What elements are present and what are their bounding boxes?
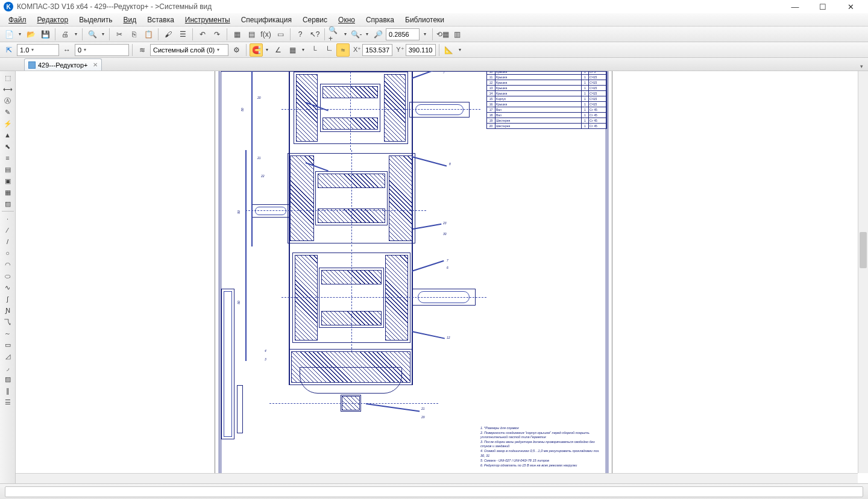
menu-insert[interactable]: Вставка — [142, 14, 179, 25]
round-button[interactable]: ≈ — [336, 43, 350, 57]
coord-x-label: X⁺ — [353, 46, 361, 54]
zoom-fit-button[interactable]: 🔎 — [371, 28, 385, 41]
tool-views[interactable]: ▦ — [1, 187, 14, 198]
tool-select[interactable]: ⬉ — [1, 141, 14, 152]
paste-button[interactable]: 📋 — [142, 28, 155, 41]
step-button[interactable]: ↔ — [60, 43, 74, 57]
menu-file[interactable]: Файл — [4, 14, 31, 25]
menu-window[interactable]: Окно — [333, 14, 360, 25]
geom-offset[interactable]: ‖ — [1, 385, 14, 396]
rebuild-button[interactable]: ⟲▦ — [436, 28, 449, 41]
horizontal-scrollbar[interactable] — [16, 473, 858, 483]
geom-arc[interactable]: ◠ — [1, 259, 14, 270]
menu-service[interactable]: Сервис — [298, 14, 332, 25]
vars-button[interactable]: ▭ — [274, 28, 287, 41]
lcs-button[interactable]: └· — [322, 43, 335, 57]
tool-spec[interactable]: ≡ — [1, 152, 14, 163]
geom-point[interactable]: · — [1, 213, 14, 224]
ortho-button[interactable]: └ — [307, 43, 321, 57]
tool-insert[interactable]: ▣ — [1, 175, 14, 186]
properties-button[interactable]: ☰ — [176, 28, 189, 41]
measure-button[interactable]: 📐 — [442, 43, 456, 57]
minimize-button[interactable]: — — [781, 0, 809, 13]
tool-measure[interactable]: ▲ — [1, 130, 14, 140]
tool-annotate[interactable]: Ⓐ — [1, 95, 14, 106]
tool-reports[interactable]: ▤ — [1, 164, 14, 175]
geom-gather[interactable]: ☰ — [1, 397, 14, 407]
geom-spline[interactable]: ∿ — [1, 282, 14, 293]
geom-nurbs[interactable]: Ɲ — [1, 305, 14, 316]
grid-button[interactable]: ▦ — [286, 43, 299, 57]
zoom-in-dropdown[interactable]: ▾ — [342, 28, 348, 41]
redo-button[interactable]: ↷ — [210, 28, 224, 41]
zoom-input[interactable] — [386, 28, 420, 40]
menu-libs[interactable]: Библиотеки — [400, 14, 449, 25]
geom-wave[interactable]: ～ — [1, 328, 14, 339]
doctab-active[interactable]: 429---Редуктор+ ✕ — [24, 58, 102, 71]
geom-hatch[interactable]: ▨ — [1, 374, 14, 384]
measure-dropdown[interactable]: ▾ — [457, 43, 463, 57]
zoom-out-button[interactable]: 🔍- — [350, 28, 363, 41]
geom-aux-line[interactable]: ∕ — [1, 225, 14, 236]
new-button[interactable]: 📄 — [2, 28, 16, 41]
grid-dropdown[interactable]: ▾ — [300, 43, 306, 57]
tool-edit[interactable]: ✎ — [1, 107, 14, 118]
close-button[interactable]: ✕ — [837, 0, 864, 13]
preview-dropdown[interactable]: ▾ — [100, 28, 106, 41]
copy-button[interactable]: ⎘ — [127, 28, 140, 41]
vertical-scrollbar[interactable] — [858, 71, 868, 473]
doctab-menu-button[interactable]: ▾ — [859, 62, 864, 71]
coord-x-input[interactable] — [362, 44, 392, 56]
menu-select[interactable]: Выделить — [74, 14, 117, 25]
save-button[interactable]: 💾 — [39, 28, 52, 41]
cut-button[interactable]: ✂ — [113, 28, 126, 41]
geom-fillet[interactable]: ◞ — [1, 362, 14, 373]
help-button[interactable]: ? — [294, 28, 307, 41]
geom-chamfer[interactable]: ◿ — [1, 351, 14, 362]
maximize-button[interactable]: ☐ — [809, 0, 837, 13]
preview-button[interactable]: 🔍 — [86, 28, 99, 41]
layer-settings-button[interactable]: ⚙ — [230, 43, 243, 57]
open-button[interactable]: 📂 — [24, 28, 37, 41]
menu-help[interactable]: Справка — [361, 14, 399, 25]
doctab-close-icon[interactable]: ✕ — [93, 61, 98, 68]
layers-button[interactable]: ▥ — [450, 28, 464, 41]
whatsthis-button[interactable]: ↖? — [308, 28, 321, 41]
geom-rect[interactable]: ▭ — [1, 339, 14, 350]
geom-ellipse[interactable]: ⬭ — [1, 271, 14, 281]
tool-more[interactable]: ▨ — [1, 198, 14, 209]
snap-dropdown[interactable]: ▾ — [264, 43, 270, 57]
drawing-icon — [28, 61, 36, 69]
undo-button[interactable]: ↶ — [196, 28, 209, 41]
menu-edit[interactable]: Редактор — [33, 14, 74, 25]
angle-snap-button[interactable]: ∠ — [271, 43, 285, 57]
snap-magnet-button[interactable]: 🧲 — [250, 43, 263, 57]
tree-button[interactable]: ▤ — [245, 28, 258, 41]
layer-combo[interactable]: Системный слой (0)▾ — [150, 44, 228, 56]
menu-spec[interactable]: Спецификация — [236, 14, 297, 25]
manager-button[interactable]: ▦ — [230, 28, 244, 41]
zoom-in-button[interactable]: 🔍+ — [328, 28, 341, 41]
layer-icon[interactable]: ≋ — [136, 43, 149, 57]
step-combo[interactable]: 0▾ — [75, 44, 129, 56]
tool-dimension[interactable]: ⟷ — [1, 84, 14, 95]
geom-bezier[interactable]: ∫ — [1, 293, 14, 304]
snap-mode-button[interactable]: ⇱ — [2, 43, 16, 57]
print-button[interactable]: 🖨 — [58, 28, 72, 41]
menu-tools[interactable]: Инструменты — [180, 14, 235, 25]
zoom-dropdown[interactable]: ▾ — [421, 28, 429, 41]
geom-polyline[interactable]: ⺄ — [1, 316, 14, 327]
geom-circle[interactable]: ○ — [1, 248, 14, 259]
zoom-out-dropdown[interactable]: ▾ — [364, 28, 370, 41]
fx-button[interactable]: f(x) — [259, 28, 272, 41]
tool-geometry[interactable]: ⬚ — [1, 72, 14, 83]
new-dropdown[interactable]: ▾ — [17, 28, 23, 41]
tool-param[interactable]: ⚡ — [1, 118, 14, 129]
canvas[interactable]: 9Втулка1Ст 310Крышка1Ст 311Крышка1СЧ1512… — [16, 71, 868, 483]
coord-y-input[interactable] — [406, 44, 436, 56]
scale-combo[interactable]: 1.0▾ — [17, 44, 59, 56]
menu-view[interactable]: Вид — [119, 14, 142, 25]
brush-button[interactable]: 🖌 — [162, 28, 175, 41]
geom-line[interactable]: / — [1, 236, 14, 247]
print-dropdown[interactable]: ▾ — [73, 28, 79, 41]
